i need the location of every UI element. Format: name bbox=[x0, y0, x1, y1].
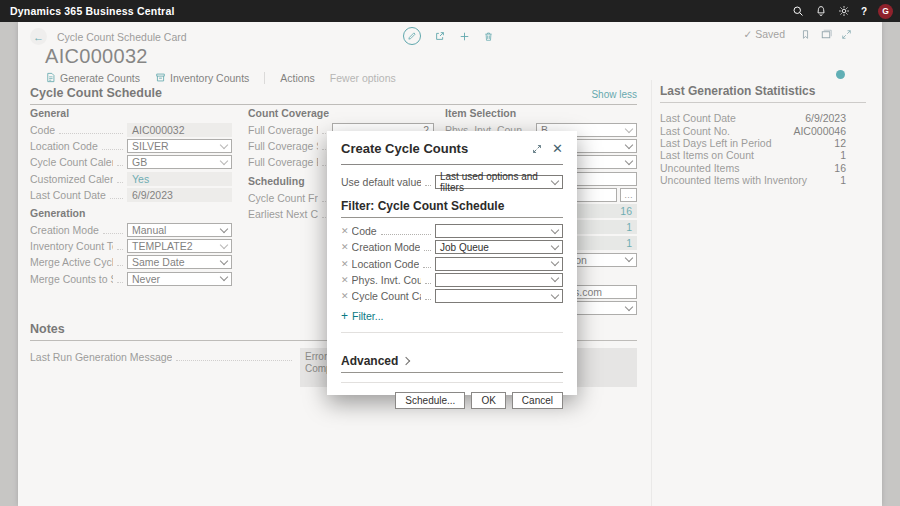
field-row-customized-calendar: Customized Calendar Yes bbox=[30, 171, 232, 187]
count-template-dropdown[interactable]: TEMPLATE2 bbox=[127, 239, 232, 253]
field-label: Merge Active Cycle Counts bbox=[30, 256, 113, 268]
dialog-buttons: Schedule... OK Cancel bbox=[341, 392, 563, 409]
filter-creation-mode-dropdown[interactable]: Job Queue bbox=[435, 240, 563, 254]
dialog-divider bbox=[341, 332, 563, 333]
add-filter-link[interactable]: + Filter... bbox=[341, 309, 563, 323]
actions-menu[interactable]: Actions bbox=[280, 72, 314, 84]
generate-counts-icon bbox=[45, 72, 56, 83]
stat-label: Last Count Date bbox=[660, 112, 736, 124]
clear-filter-icon[interactable]: ✕ bbox=[341, 259, 349, 269]
save-status-group: ✓ Saved bbox=[743, 28, 852, 40]
item-selection-group-header: Item Selection bbox=[445, 106, 637, 120]
filter-row-code: ✕ Code bbox=[341, 223, 563, 239]
clear-filter-icon[interactable]: ✕ bbox=[341, 291, 349, 301]
cancel-button[interactable]: Cancel bbox=[512, 392, 563, 409]
check-icon: ✓ bbox=[743, 28, 752, 40]
filter-label: Code bbox=[352, 225, 377, 237]
open-in-window-icon[interactable] bbox=[820, 28, 832, 40]
count-template-value: TEMPLATE2 bbox=[132, 240, 193, 252]
clear-filter-icon[interactable]: ✕ bbox=[341, 275, 349, 285]
field-label: Merge Counts to Single S... bbox=[30, 273, 113, 285]
clear-filter-icon[interactable]: ✕ bbox=[341, 242, 349, 252]
share-open-icon[interactable] bbox=[434, 30, 446, 42]
code-field: AIC000032 bbox=[127, 123, 232, 137]
help-icon[interactable]: ? bbox=[861, 6, 867, 17]
filter-creation-mode-value: Job Queue bbox=[440, 242, 489, 253]
create-cycle-counts-dialog: Create Cycle Counts ✕ Use default values… bbox=[327, 131, 577, 395]
dotted-leader bbox=[110, 191, 123, 199]
merge-active-value: Same Date bbox=[132, 256, 185, 268]
delete-trash-icon[interactable] bbox=[483, 31, 494, 42]
chevron-down-icon bbox=[551, 242, 559, 250]
merge-single-select[interactable]: Never bbox=[127, 272, 232, 286]
chevron-down-icon bbox=[551, 226, 559, 234]
page-title: AIC000032 bbox=[45, 45, 148, 68]
inventory-counts-button[interactable]: Inventory Counts bbox=[155, 72, 249, 84]
general-group-header: General bbox=[30, 106, 232, 120]
stat-value: 12 bbox=[834, 137, 866, 149]
app-title[interactable]: Dynamics 365 Business Central bbox=[0, 5, 175, 17]
back-button[interactable]: ← bbox=[30, 28, 47, 45]
chevron-down-icon bbox=[220, 157, 228, 165]
ok-button[interactable]: OK bbox=[471, 392, 505, 409]
top-navigation-bar: Dynamics 365 Business Central ? G bbox=[0, 0, 900, 22]
attachments-indicator-icon[interactable] bbox=[836, 70, 845, 79]
last-count-date-field: 6/9/2023 bbox=[127, 188, 232, 202]
stat-label: Last Items on Count bbox=[660, 149, 754, 161]
field-label: Full Coverage Start Month bbox=[248, 140, 318, 152]
advanced-expander[interactable]: Advanced bbox=[341, 354, 563, 373]
use-defaults-dropdown[interactable]: Last used options and filters bbox=[435, 175, 563, 189]
dialog-resize-icon[interactable] bbox=[532, 144, 542, 154]
dotted-leader bbox=[117, 158, 123, 166]
filter-code-dropdown[interactable] bbox=[435, 224, 563, 238]
clear-filter-icon[interactable]: ✕ bbox=[341, 226, 349, 236]
chevron-down-icon bbox=[551, 290, 559, 298]
show-less-link[interactable]: Show less bbox=[591, 89, 637, 100]
generation-group-header: Generation bbox=[30, 206, 232, 220]
filter-phys-invt-period-dropdown[interactable] bbox=[435, 273, 563, 287]
count-value: 1 bbox=[626, 237, 632, 249]
settings-gear-icon[interactable] bbox=[838, 5, 850, 17]
user-avatar[interactable]: G bbox=[878, 4, 893, 19]
field-label: Cycle Count Calendar Code bbox=[30, 156, 113, 168]
bookmark-icon[interactable] bbox=[800, 29, 811, 40]
section-title: Cycle Count Schedule bbox=[30, 86, 162, 100]
notifications-bell-icon[interactable] bbox=[815, 5, 827, 17]
calendar-code-dropdown[interactable]: GB bbox=[127, 155, 232, 169]
filter-row-phys-invt-period: ✕ Phys. Invt. Count Period Code bbox=[341, 272, 563, 288]
filter-location-code-dropdown[interactable] bbox=[435, 257, 563, 271]
code-value: AIC000032 bbox=[132, 124, 185, 136]
search-icon[interactable] bbox=[792, 5, 804, 17]
field-label: Customized Calendar bbox=[30, 173, 113, 185]
chevron-down-icon bbox=[551, 176, 559, 184]
saved-status: ✓ Saved bbox=[743, 28, 785, 40]
resize-expand-icon[interactable] bbox=[841, 29, 852, 40]
factbox-row: Last Items on Count1 bbox=[660, 149, 866, 161]
location-code-dropdown[interactable]: SILVER bbox=[127, 139, 232, 153]
factbox-row: Last Count Date6/9/2023 bbox=[660, 112, 866, 124]
chevron-down-icon bbox=[551, 274, 559, 282]
generate-counts-button[interactable]: Generate Counts bbox=[45, 72, 140, 84]
assist-edit-button[interactable]: … bbox=[620, 188, 637, 202]
advanced-label: Advanced bbox=[341, 354, 398, 368]
actions-label: Actions bbox=[280, 72, 314, 84]
creation-mode-select[interactable]: Manual bbox=[127, 223, 232, 237]
customized-calendar-field: Yes bbox=[127, 172, 232, 186]
customized-calendar-value[interactable]: Yes bbox=[132, 173, 149, 185]
dotted-leader bbox=[59, 126, 123, 134]
chevron-down-icon bbox=[625, 141, 633, 149]
schedule-button[interactable]: Schedule... bbox=[395, 392, 465, 409]
merge-active-select[interactable]: Same Date bbox=[127, 255, 232, 269]
new-plus-icon[interactable] bbox=[459, 31, 470, 42]
edit-pencil-icon[interactable] bbox=[403, 27, 421, 45]
field-row-merge-single: Merge Counts to Single S... Never bbox=[30, 271, 232, 287]
dialog-close-icon[interactable]: ✕ bbox=[552, 143, 563, 155]
filter-calendar-code-dropdown[interactable] bbox=[435, 289, 563, 303]
dotted-leader bbox=[117, 242, 123, 250]
fewer-options-button[interactable]: Fewer options bbox=[330, 72, 396, 84]
field-label: Earliest Next Count Date bbox=[248, 208, 318, 220]
calendar-code-value: GB bbox=[132, 156, 147, 168]
field-row-calendar-code: Cycle Count Calendar Code GB bbox=[30, 154, 232, 170]
stat-value: 6/9/2023 bbox=[805, 112, 866, 124]
dotted-leader bbox=[425, 276, 431, 284]
